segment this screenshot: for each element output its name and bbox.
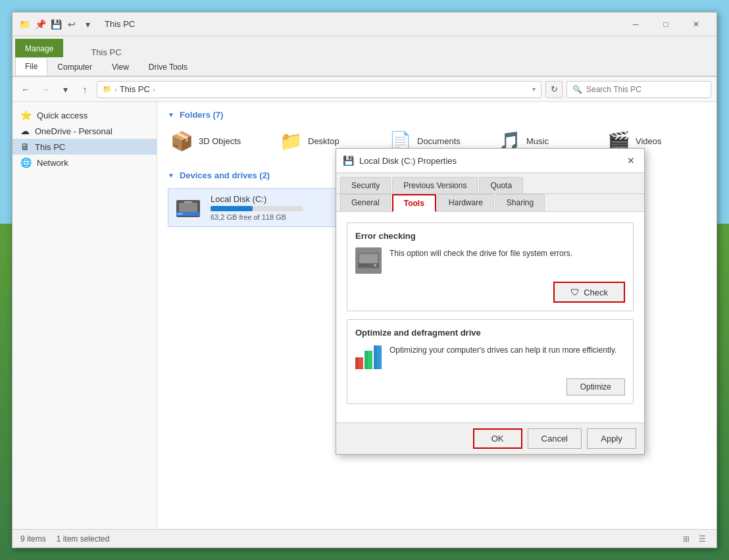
item-selected: 1 item selected xyxy=(57,534,110,544)
search-icon: 🔍 xyxy=(572,85,582,94)
recent-button[interactable]: ▾ xyxy=(57,82,73,97)
dialog-title-icon: 💾 xyxy=(343,155,354,166)
dropdown-icon[interactable]: ▾ xyxy=(81,18,94,31)
check-btn-container: 🛡 Check xyxy=(355,282,625,303)
error-checking-desc: This option will check the drive for fil… xyxy=(390,247,572,259)
folder-item-3d-objects[interactable]: 📦 3D Objects xyxy=(168,128,266,155)
dialog-tabs-row2: General Tools Hardware Sharing xyxy=(336,194,644,212)
optimize-title: Optimize and defragment drive xyxy=(355,328,625,338)
hdd-icon xyxy=(355,247,382,274)
quick-access-icon: ⭐ xyxy=(20,110,32,120)
drive-icon-container xyxy=(174,195,203,221)
optimize-icon xyxy=(355,344,382,370)
tab-file[interactable]: File xyxy=(15,57,47,76)
pin-icon: 📌 xyxy=(34,18,47,31)
sidebar-item-quick-access[interactable]: ⭐ Quick access xyxy=(13,107,157,123)
error-checking-section: Error checking This option will check th… xyxy=(347,222,634,311)
back-button[interactable]: ← xyxy=(18,82,34,97)
ribbon: Manage This PC File Computer View Drive … xyxy=(13,36,716,77)
path-folder-icon: 📁 xyxy=(103,85,112,93)
drive-bar-c xyxy=(211,206,303,211)
tab-view[interactable]: View xyxy=(102,57,139,76)
path-this-pc: This PC xyxy=(120,84,150,94)
svg-rect-14 xyxy=(364,351,368,369)
window-controls: ─ □ ✕ xyxy=(620,13,711,36)
dialog-tab-general[interactable]: General xyxy=(340,194,391,211)
tab-manage[interactable]: Manage xyxy=(15,39,63,57)
check-button[interactable]: 🛡 Check xyxy=(553,282,625,303)
dialog-title-bar: 💾 Local Disk (C:) Properties ✕ xyxy=(336,149,644,173)
ribbon-tabs: Manage This PC xyxy=(13,36,716,57)
forward-button[interactable]: → xyxy=(38,82,53,97)
properties-dialog[interactable]: 💾 Local Disk (C:) Properties ✕ Security … xyxy=(336,148,645,455)
drives-collapse-arrow[interactable]: ▼ xyxy=(168,172,174,179)
tab-computer[interactable]: Computer xyxy=(47,57,102,76)
minimize-button[interactable]: ─ xyxy=(620,13,651,36)
maximize-button[interactable]: □ xyxy=(651,13,681,36)
dialog-tab-security[interactable]: Security xyxy=(340,177,391,193)
search-box[interactable]: 🔍 xyxy=(566,81,711,98)
optimize-desc: Optimizing your computer's drives can he… xyxy=(390,344,616,356)
error-checking-content: This option will check the drive for fil… xyxy=(355,247,625,274)
dialog-tab-quota[interactable]: Quota xyxy=(479,177,523,193)
up-button[interactable]: ↑ xyxy=(77,82,93,97)
drive-name-c: Local Disk (C:) xyxy=(211,194,346,204)
dialog-title-text: Local Disk (C:) Properties xyxy=(359,156,619,166)
onedrive-icon: ☁ xyxy=(20,126,30,136)
dialog-tab-hardware[interactable]: Hardware xyxy=(438,194,494,211)
drive-space-c: 63,2 GB free of 118 GB xyxy=(211,213,346,221)
address-path[interactable]: 📁 › This PC › ▾ xyxy=(97,81,541,98)
ribbon-menu: File Computer View Drive Tools xyxy=(13,57,716,76)
folder-icon-desktop: 📁 xyxy=(280,130,303,152)
ok-button[interactable]: OK xyxy=(473,428,522,449)
tab-drive-tools[interactable]: Drive Tools xyxy=(139,57,197,76)
shield-icon: 🛡 xyxy=(570,287,580,297)
search-input[interactable] xyxy=(586,85,705,94)
drives-header-label: Devices and drives (2) xyxy=(180,170,270,180)
svg-point-8 xyxy=(374,264,376,267)
folder-name-3d-objects: 3D Objects xyxy=(199,136,241,146)
optimize-content: Optimizing your computer's drives can he… xyxy=(355,344,625,370)
window-title-ribbon: This PC xyxy=(64,47,714,57)
error-checking-title: Error checking xyxy=(355,231,625,241)
file-explorer-icon: 📁 xyxy=(18,18,31,31)
list-view-button[interactable]: ☰ xyxy=(695,532,709,546)
dialog-tab-previous-versions[interactable]: Previous Versions xyxy=(392,177,478,193)
tile-view-button[interactable]: ⊞ xyxy=(680,532,693,546)
refresh-button[interactable]: ↻ xyxy=(545,81,563,98)
dialog-close-button[interactable]: ✕ xyxy=(624,154,638,167)
sidebar-item-network[interactable]: 🌐 Network xyxy=(13,155,157,170)
undo-icon[interactable]: ↩ xyxy=(65,18,78,31)
drive-item-c[interactable]: Local Disk (C:) 63,2 GB free of 118 GB xyxy=(168,188,352,227)
close-button[interactable]: ✕ xyxy=(681,13,711,36)
save-icon[interactable]: 💾 xyxy=(49,18,63,31)
drive-bar-fill-c xyxy=(211,206,253,211)
address-bar: ← → ▾ ↑ 📁 › This PC › ▾ ↻ 🔍 xyxy=(13,77,716,102)
optimize-btn-container: Optimize xyxy=(355,378,625,395)
svg-rect-9 xyxy=(359,265,367,266)
folder-name-music: Music xyxy=(526,136,549,146)
dialog-tab-sharing[interactable]: Sharing xyxy=(495,194,545,211)
sidebar-item-this-pc[interactable]: 🖥 This PC xyxy=(13,139,157,155)
folders-collapse-arrow[interactable]: ▼ xyxy=(168,111,174,118)
sidebar-label-this-pc: This PC xyxy=(35,142,65,152)
cancel-button[interactable]: Cancel xyxy=(528,428,582,449)
sidebar-label-network: Network xyxy=(37,158,68,168)
folder-name-desktop: Desktop xyxy=(308,136,339,146)
svg-rect-13 xyxy=(355,357,359,369)
this-pc-icon: 🖥 xyxy=(20,141,30,152)
folders-section-header: ▼ Folders (7) xyxy=(168,110,706,120)
svg-rect-15 xyxy=(374,345,377,369)
apply-button[interactable]: Apply xyxy=(587,428,636,449)
network-icon: 🌐 xyxy=(20,157,32,168)
svg-rect-3 xyxy=(178,213,183,215)
folder-name-documents: Documents xyxy=(417,136,461,146)
dialog-tab-tools[interactable]: Tools xyxy=(392,194,436,212)
title-bar: 📁 📌 💾 ↩ ▾ This PC ─ □ ✕ xyxy=(13,13,716,36)
title-bar-icons: 📁 📌 💾 ↩ ▾ xyxy=(18,18,94,31)
path-arrow: › xyxy=(114,86,117,93)
sidebar: ⭐ Quick access ☁ OneDrive - Personal 🖥 T… xyxy=(13,102,157,529)
optimize-button[interactable]: Optimize xyxy=(566,378,625,395)
sidebar-item-onedrive[interactable]: ☁ OneDrive - Personal xyxy=(13,123,157,139)
path-dropdown-icon[interactable]: ▾ xyxy=(532,86,536,93)
